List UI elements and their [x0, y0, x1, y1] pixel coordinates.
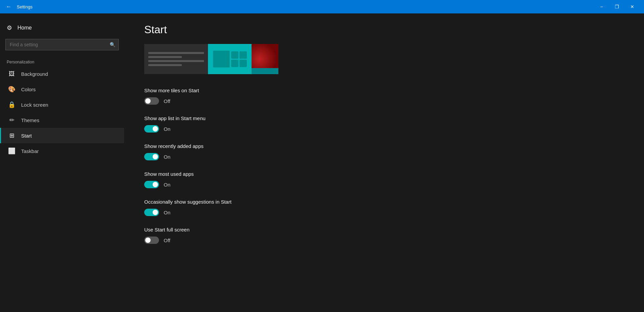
- toggle-show-most-used[interactable]: [144, 181, 159, 188]
- toggle-state-show-app-list: On: [164, 126, 170, 132]
- preview-line-3: [148, 60, 204, 62]
- toggle-state-show-suggestions: On: [164, 210, 170, 215]
- title-bar: ← Settings − ❐ ✕: [0, 0, 644, 13]
- preview-left-panel: [144, 44, 208, 74]
- preview-line-1: [148, 52, 204, 54]
- home-label: Home: [17, 25, 32, 31]
- toggle-use-full-screen[interactable]: [144, 237, 159, 244]
- preview-taskbar: [252, 68, 278, 74]
- settings-list: Show more tiles on Start Off Show app li…: [144, 88, 624, 244]
- start-icon: ⊞: [8, 132, 16, 139]
- preview-tiles-panel: [208, 44, 252, 74]
- toggle-knob-show-most-used: [153, 182, 158, 187]
- toggle-knob-show-recently-added: [153, 154, 158, 159]
- setting-row-show-most-used: Show most used apps On: [144, 171, 624, 188]
- content-area: Start Show: [124, 13, 644, 312]
- toggle-state-show-recently-added: On: [164, 154, 170, 160]
- lock-screen-icon: 🔒: [8, 101, 16, 108]
- sidebar-item-taskbar[interactable]: ⬜ Taskbar: [0, 143, 124, 159]
- search-box: 🔍: [5, 39, 119, 50]
- sidebar-item-lock-screen[interactable]: 🔒 Lock screen: [0, 97, 124, 112]
- preview-line-4: [148, 64, 182, 66]
- preview-tile-large: [213, 51, 230, 67]
- app-title: Settings: [17, 4, 594, 9]
- setting-label-show-suggestions: Occasionally show suggestions in Start: [144, 199, 624, 205]
- preview-right-panel: [252, 44, 278, 74]
- toggle-state-use-full-screen: Off: [164, 238, 170, 243]
- toggle-row-show-recently-added: On: [144, 153, 624, 160]
- preview-tile-sm-4: [239, 60, 247, 67]
- themes-label: Themes: [21, 117, 39, 123]
- setting-row-use-full-screen: Use Start full screen Off: [144, 227, 624, 244]
- toggle-show-suggestions[interactable]: [144, 209, 159, 216]
- preview-tile-sm-3: [231, 60, 238, 67]
- sidebar: ⚙ Home 🔍 Personalization 🖼 Background 🎨 …: [0, 13, 124, 312]
- setting-row-show-suggestions: Occasionally show suggestions in Start O…: [144, 199, 624, 216]
- toggle-show-app-list[interactable]: [144, 125, 159, 133]
- window-controls: − ❐ ✕: [594, 0, 640, 13]
- toggle-row-show-suggestions: On: [144, 209, 624, 216]
- setting-label-show-more-tiles: Show more tiles on Start: [144, 88, 624, 93]
- toggle-state-show-most-used: On: [164, 182, 170, 188]
- sidebar-item-themes[interactable]: ✏ Themes: [0, 112, 124, 128]
- toggle-state-show-more-tiles: Off: [164, 98, 170, 104]
- colors-label: Colors: [21, 87, 36, 92]
- toggle-show-recently-added[interactable]: [144, 153, 159, 160]
- setting-label-show-most-used: Show most used apps: [144, 171, 624, 177]
- toggle-row-use-full-screen: Off: [144, 237, 624, 244]
- background-label: Background: [21, 71, 48, 77]
- search-icon: 🔍: [110, 42, 115, 47]
- setting-row-show-more-tiles: Show more tiles on Start Off: [144, 88, 624, 105]
- setting-label-use-full-screen: Use Start full screen: [144, 227, 624, 232]
- setting-row-show-app-list: Show app list in Start menu On: [144, 115, 624, 133]
- lock-screen-label: Lock screen: [21, 102, 48, 108]
- toggle-show-more-tiles[interactable]: [144, 97, 159, 105]
- toggle-row-show-more-tiles: Off: [144, 97, 624, 105]
- sidebar-item-background[interactable]: 🖼 Background: [0, 66, 124, 82]
- taskbar-label: Taskbar: [21, 148, 39, 154]
- home-icon: ⚙: [7, 24, 12, 32]
- toggle-row-show-most-used: On: [144, 181, 624, 188]
- preview-tile-sm-2: [239, 51, 247, 59]
- section-label: Personalization: [0, 57, 124, 66]
- preview-tile-sm-1: [231, 51, 238, 59]
- toggle-knob-show-suggestions: [153, 210, 158, 215]
- setting-row-show-recently-added: Show recently added apps On: [144, 143, 624, 160]
- page-title: Start: [144, 23, 624, 36]
- taskbar-icon: ⬜: [8, 147, 16, 155]
- preview-tiles-grid: [231, 51, 247, 67]
- back-button[interactable]: ←: [4, 2, 13, 11]
- preview-line-2: [148, 56, 182, 58]
- start-preview: [144, 44, 278, 74]
- toggle-row-show-app-list: On: [144, 125, 624, 133]
- toggle-knob-use-full-screen: [145, 238, 151, 243]
- setting-label-show-app-list: Show app list in Start menu: [144, 115, 624, 121]
- sidebar-item-colors[interactable]: 🎨 Colors: [0, 82, 124, 97]
- themes-icon: ✏: [8, 116, 16, 124]
- colors-icon: 🎨: [8, 86, 16, 93]
- minimize-button[interactable]: −: [594, 0, 609, 13]
- toggle-knob-show-more-tiles: [145, 98, 151, 104]
- background-icon: 🖼: [8, 70, 16, 77]
- close-button[interactable]: ✕: [625, 0, 640, 13]
- home-nav-item[interactable]: ⚙ Home: [0, 20, 124, 36]
- start-label: Start: [21, 133, 32, 139]
- sidebar-item-start[interactable]: ⊞ Start: [0, 128, 124, 143]
- main-layout: ⚙ Home 🔍 Personalization 🖼 Background 🎨 …: [0, 13, 644, 312]
- maximize-button[interactable]: ❐: [609, 0, 625, 13]
- setting-label-show-recently-added: Show recently added apps: [144, 143, 624, 149]
- toggle-knob-show-app-list: [153, 126, 158, 132]
- search-input[interactable]: [5, 39, 119, 50]
